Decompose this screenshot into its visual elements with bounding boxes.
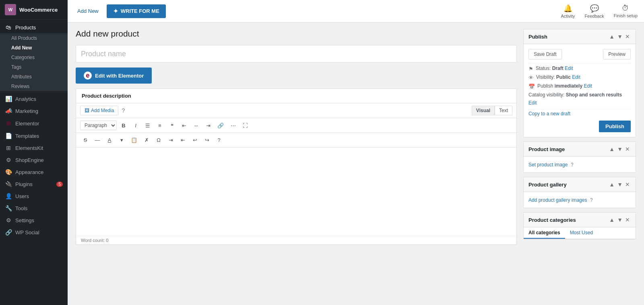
description-editor[interactable] xyxy=(76,147,516,236)
calendar-icon: 📅 xyxy=(528,84,535,90)
publish-collapse-down[interactable]: ▼ xyxy=(616,33,623,41)
align-center-button[interactable]: ↔ xyxy=(191,121,201,130)
write-for-me-button[interactable]: ✦ WRITE FOR ME xyxy=(107,4,166,18)
activity-action[interactable]: 🔔 Activity xyxy=(561,4,575,18)
bold-button[interactable]: B xyxy=(118,121,129,130)
visibility-label: Visibility: xyxy=(536,74,555,80)
elementskit-icon: ⊞ xyxy=(5,145,12,151)
product-categories-close[interactable]: ✕ xyxy=(624,216,631,224)
publish-collapse-up[interactable]: ▲ xyxy=(608,33,615,41)
product-categories-collapse-down[interactable]: ▼ xyxy=(616,216,623,224)
product-gallery-collapse-up[interactable]: ▲ xyxy=(608,180,615,188)
media-help-icon[interactable]: ? xyxy=(122,107,125,114)
products-section: 🛍 Products All Products Add New Categori… xyxy=(0,20,68,93)
publish-close[interactable]: ✕ xyxy=(624,33,631,41)
sidebar-item-plugins[interactable]: 🔌 Plugins 5 xyxy=(0,178,68,190)
sidebar-item-reviews[interactable]: Reviews xyxy=(0,82,68,91)
product-image-collapse-down[interactable]: ▼ xyxy=(616,145,623,153)
sidebar-item-tools[interactable]: 🔧 Tools xyxy=(0,202,68,214)
publish-panel-title: Publish xyxy=(528,34,547,40)
product-image-close[interactable]: ✕ xyxy=(624,145,631,153)
finish-setup-action[interactable]: ⏱ Finish setup xyxy=(614,4,638,18)
redo-button[interactable]: ↪ xyxy=(202,135,212,145)
save-draft-button[interactable]: Save Draft xyxy=(528,49,562,59)
catalog-visibility-edit-link[interactable]: Edit xyxy=(528,100,631,106)
add-media-button[interactable]: 🖼 Add Media xyxy=(80,106,118,115)
status-edit-link[interactable]: Edit xyxy=(565,66,573,71)
edit-with-elementor-button[interactable]: e Edit with Elementor xyxy=(76,68,152,84)
hr-button[interactable]: — xyxy=(92,135,103,145)
sidebar-item-tags[interactable]: Tags xyxy=(0,62,68,72)
product-gallery-collapse-down[interactable]: ▼ xyxy=(616,180,623,188)
topbar: Add New ✦ WRITE FOR ME 🔔 Activity 💬 Feed… xyxy=(68,0,644,23)
undo-button[interactable]: ↩ xyxy=(190,135,200,145)
sidebar-item-add-new[interactable]: Add New xyxy=(0,43,68,53)
product-gallery-title: Product gallery xyxy=(528,182,567,188)
outdent-button[interactable]: ⇤ xyxy=(178,135,188,145)
sidebar-item-settings[interactable]: ⚙ Settings xyxy=(0,214,68,226)
underline-button[interactable]: A xyxy=(104,135,115,145)
most-used-tab[interactable]: Most Used xyxy=(565,227,598,239)
sidebar-brand[interactable]: W WooCommerce xyxy=(0,0,68,20)
visual-tab[interactable]: Visual xyxy=(472,106,495,115)
blockquote-button[interactable]: ❝ xyxy=(167,121,177,130)
preview-button[interactable]: Preview xyxy=(603,49,631,59)
product-image-header: Product image ▲ ▼ ✕ xyxy=(524,142,636,157)
page-title: Add new product xyxy=(76,29,517,39)
status-value: Draft xyxy=(552,66,564,71)
more-button[interactable]: ⋯ xyxy=(228,121,238,130)
sidebar-item-categories[interactable]: Categories xyxy=(0,53,68,62)
align-left-button[interactable]: ⇤ xyxy=(179,121,189,130)
add-gallery-images-link[interactable]: Add product gallery images xyxy=(528,197,587,203)
indent-button[interactable]: ⇥ xyxy=(165,135,176,145)
help-toolbar-button[interactable]: ? xyxy=(214,135,224,145)
publish-date-edit-link[interactable]: Edit xyxy=(584,83,592,89)
sidebar-item-elementskit[interactable]: ⊞ ElementsKit xyxy=(0,142,68,154)
color-picker-button[interactable]: ▾ xyxy=(116,135,127,145)
ordered-list-button[interactable]: ≡ xyxy=(155,121,165,130)
sidebar-item-products[interactable]: 🛍 Products xyxy=(0,21,68,33)
copy-draft-link[interactable]: Copy to a new draft xyxy=(528,111,631,117)
feedback-action[interactable]: 💬 Feedback xyxy=(584,4,604,18)
sidebar-item-all-products[interactable]: All Products xyxy=(0,33,68,43)
sidebar-item-appearance[interactable]: 🎨 Appearance xyxy=(0,166,68,178)
visibility-edit-link[interactable]: Edit xyxy=(572,74,580,80)
sidebar-item-elementor[interactable]: ⊕ Elementor xyxy=(0,117,68,130)
product-gallery-help[interactable]: ? xyxy=(590,197,593,203)
product-image-panel: Product image ▲ ▼ ✕ Set product image ? xyxy=(523,141,636,173)
set-product-image-link[interactable]: Set product image xyxy=(528,162,568,168)
product-image-help[interactable]: ? xyxy=(571,162,574,168)
sidebar-item-users[interactable]: 👤 Users xyxy=(0,190,68,202)
italic-button[interactable]: I xyxy=(130,121,141,130)
publish-button[interactable]: Publish xyxy=(599,121,631,132)
templates-icon: 📄 xyxy=(5,133,12,139)
sidebar-item-analytics[interactable]: 📊 Analytics xyxy=(0,93,68,105)
omega-button[interactable]: Ω xyxy=(153,135,164,145)
text-tab[interactable]: Text xyxy=(495,106,512,115)
sidebar-item-attributes[interactable]: Attributes xyxy=(0,72,68,82)
all-categories-tab[interactable]: All categories xyxy=(524,227,565,239)
all-products-label: All Products xyxy=(11,35,37,41)
paste-text-button[interactable]: 📋 xyxy=(128,135,140,145)
sidebar-item-marketing[interactable]: 📣 Marketing xyxy=(0,105,68,117)
unordered-list-button[interactable]: ☰ xyxy=(142,121,153,130)
sidebar-item-templates[interactable]: 📄 Templates xyxy=(0,130,68,142)
product-gallery-close[interactable]: ✕ xyxy=(624,180,631,188)
align-right-button[interactable]: ⇥ xyxy=(203,121,213,130)
word-count: Word count: 0 xyxy=(76,236,516,244)
product-categories-collapse-up[interactable]: ▲ xyxy=(608,216,615,224)
add-new-button[interactable]: Add New xyxy=(74,6,102,16)
clear-format-button[interactable]: ✗ xyxy=(141,135,152,145)
link-button[interactable]: 🔗 xyxy=(215,121,226,130)
product-name-input[interactable] xyxy=(76,45,517,63)
sidebar-item-wp-social[interactable]: 🔗 WP Social xyxy=(0,226,68,238)
categories-label: Categories xyxy=(11,55,35,60)
plugins-badge: 5 xyxy=(56,182,63,187)
product-image-collapse-up[interactable]: ▲ xyxy=(608,145,615,153)
strikethrough-button[interactable]: S xyxy=(80,135,91,145)
main-area: Add New ✦ WRITE FOR ME 🔔 Activity 💬 Feed… xyxy=(68,0,644,305)
fullscreen-button[interactable]: ⛶ xyxy=(240,121,250,130)
sidebar-item-shopengine[interactable]: ⚙ ShopEngine xyxy=(0,154,68,166)
shopengine-label: ShopEngine xyxy=(15,157,44,163)
format-select[interactable]: Paragraph xyxy=(80,121,117,130)
